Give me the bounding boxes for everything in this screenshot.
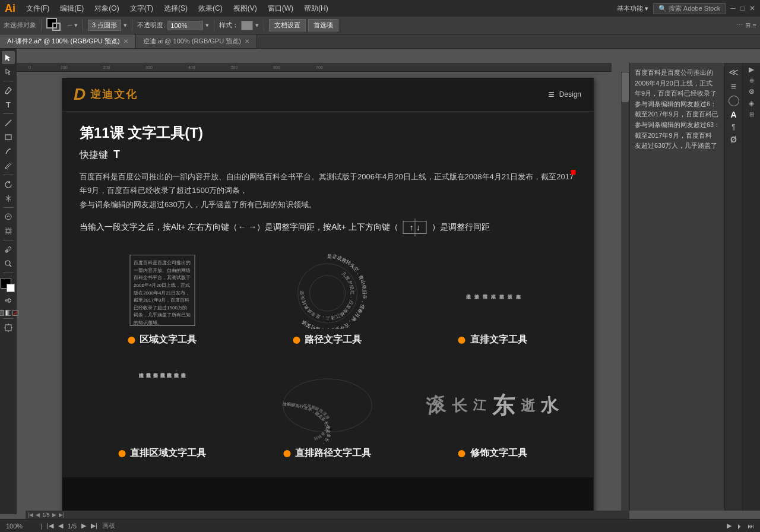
stroke-options[interactable]: ─ bbox=[68, 22, 72, 28]
panel-collapse-icon[interactable]: ≪ bbox=[729, 66, 739, 78]
menu-view[interactable]: 视图(V) bbox=[229, 2, 262, 15]
vertical-path-example: 曲蜿蜒而行水岸，能走多长便走多长，蜿蜒曲折的道路，一直向前延伸，永不停歇 水岸蜿… bbox=[245, 358, 410, 466]
close-btn[interactable]: ✕ bbox=[749, 4, 755, 12]
opacity-dropdown[interactable]: ▾ bbox=[205, 21, 209, 29]
dot-5 bbox=[283, 450, 290, 457]
eyedropper-tool[interactable] bbox=[2, 243, 15, 256]
description-text: 百度百科是百度公司推出的一部内容开放、自由的网络百科全书平台。其测试版于2006… bbox=[80, 170, 575, 211]
vertical-scrollbar[interactable] bbox=[621, 72, 629, 511]
panel-btn-1[interactable]: ▶ bbox=[749, 65, 754, 74]
menu-help[interactable]: 帮助(H) bbox=[299, 2, 333, 15]
page-num: 1/5 bbox=[42, 512, 50, 518]
nav-prev-status[interactable]: ◀ bbox=[58, 522, 63, 530]
status-options[interactable]: ▶ bbox=[727, 522, 732, 530]
tab-close-1[interactable]: ✕ bbox=[124, 38, 128, 45]
vtxt-col-3: 浪淘尽英 bbox=[481, 255, 487, 326]
logo-text: 逆迪文化 bbox=[90, 87, 138, 102]
status-sep: | bbox=[40, 522, 42, 530]
zoom-level[interactable]: 100% bbox=[6, 522, 36, 530]
arrow-keys-box: ↑ ↓ bbox=[403, 221, 427, 234]
reflect-tool[interactable] bbox=[2, 192, 15, 205]
nav-next-status[interactable]: ▶ bbox=[81, 522, 86, 530]
nav-arrows-h[interactable]: |◀ ◀ 1/5 ▶ ▶| bbox=[26, 511, 629, 519]
deco-char-6: 水 bbox=[540, 392, 559, 418]
panel-para-icon[interactable]: ¶ bbox=[732, 123, 735, 131]
panel-type-icon[interactable]: A bbox=[730, 110, 736, 119]
tab-active[interactable]: AI-课件2.ai* @ 100% (RGB/GPU 预览) ✕ bbox=[0, 34, 136, 48]
type-tool[interactable]: T bbox=[2, 98, 15, 111]
nav-first-status[interactable]: |◀ bbox=[47, 522, 53, 530]
background-color[interactable] bbox=[7, 284, 15, 292]
brush-tool[interactable] bbox=[2, 145, 15, 158]
status-end[interactable]: ⏭ bbox=[748, 522, 754, 530]
svg-point-3 bbox=[5, 214, 11, 220]
brush-dropdown[interactable]: ▾ bbox=[124, 21, 127, 29]
preferences-btn[interactable]: 首选项 bbox=[308, 19, 338, 31]
scrollbar-thumb-v[interactable] bbox=[622, 72, 629, 102]
scale-tool[interactable] bbox=[2, 224, 15, 238]
menu-select[interactable]: 选择(S) bbox=[159, 2, 192, 15]
nav-prev[interactable]: ◀ bbox=[36, 512, 40, 518]
pencil-tool[interactable] bbox=[2, 159, 15, 172]
panel-circle-icon[interactable] bbox=[729, 96, 739, 106]
color-swatch-area[interactable] bbox=[1, 278, 16, 293]
nav-last[interactable]: ▶| bbox=[59, 512, 64, 518]
shortcut-key: T bbox=[113, 148, 120, 160]
tools-grid-bottom: 白发渔樵江渚上 雄惯看秋月春风 江今多少事都笑 古风依旧看秋月 依旧几度夕阳红 … bbox=[80, 358, 575, 466]
restore-btn[interactable]: □ bbox=[740, 4, 745, 12]
hamburger-icon[interactable]: ≡ bbox=[548, 88, 555, 101]
rect-tool[interactable] bbox=[2, 131, 15, 144]
menu-effect[interactable]: 效果(C) bbox=[194, 2, 227, 15]
panel-menu[interactable]: ≡ bbox=[753, 22, 756, 29]
panel-btn-5[interactable]: ⊞ bbox=[749, 111, 754, 118]
menu-file[interactable]: 文件(F) bbox=[21, 2, 54, 15]
direct-selection-tool[interactable] bbox=[2, 65, 15, 78]
opacity-input[interactable] bbox=[167, 21, 203, 30]
tab-close-2[interactable]: ✕ bbox=[245, 38, 249, 45]
vertical-area-example: 白发渔樵江渚上 雄惯看秋月春风 江今多少事都笑 古风依旧看秋月 依旧几度夕阳红 … bbox=[80, 358, 245, 466]
varea-col-2: 雄惯看秋月春风 bbox=[145, 369, 151, 442]
vertical-path-label: 直排路径文字工具 bbox=[283, 447, 371, 460]
toolbar-more[interactable]: ⋯ bbox=[736, 21, 743, 29]
color-mode-gradient[interactable] bbox=[5, 310, 11, 316]
tab-2[interactable]: 逆迪.ai @ 100% (RGB/GPU 预览) ✕ bbox=[136, 34, 257, 48]
lesson-title: 第11课 文字工具(T) bbox=[80, 124, 575, 142]
nav-last-status[interactable]: ▶| bbox=[91, 522, 97, 530]
tabs-bar: AI-课件2.ai* @ 100% (RGB/GPU 预览) ✕ 逆迪.ai @… bbox=[0, 34, 760, 49]
panel-arrange[interactable]: ⊞ bbox=[745, 21, 750, 29]
menu-window[interactable]: 窗口(W) bbox=[263, 2, 298, 15]
status-play[interactable]: ⏵ bbox=[736, 522, 743, 530]
brush-selector[interactable]: ▾ bbox=[74, 21, 78, 29]
zoom-tool[interactable] bbox=[2, 257, 15, 270]
menu-object[interactable]: 对象(O) bbox=[90, 2, 124, 15]
pen-tool[interactable] bbox=[2, 84, 15, 97]
menu-text[interactable]: 文字(T) bbox=[125, 2, 158, 15]
line-tool[interactable] bbox=[2, 116, 15, 129]
artboard-tool[interactable] bbox=[2, 321, 15, 334]
minimize-btn[interactable]: ─ bbox=[730, 4, 736, 12]
color-mode-solid[interactable] bbox=[0, 310, 4, 316]
doc-settings-btn[interactable]: 文档设置 bbox=[269, 19, 306, 31]
color-indicator[interactable] bbox=[46, 18, 65, 33]
color-mode-buttons bbox=[0, 310, 18, 316]
style-dropdown[interactable]: ▾ bbox=[255, 21, 259, 29]
warp-tool[interactable] bbox=[2, 210, 15, 223]
panel-btn-3[interactable]: ⊗ bbox=[749, 87, 755, 96]
nav-first[interactable]: |◀ bbox=[28, 512, 33, 518]
selection-tool[interactable] bbox=[2, 51, 15, 64]
menu-edit[interactable]: 编辑(E) bbox=[55, 2, 88, 15]
rotate-tool[interactable] bbox=[2, 178, 15, 191]
vertical-path-svg: 曲蜿蜒而行水岸，能走多长便走多长，蜿蜒曲折的道路，一直向前延伸，永不停歇 水岸蜿… bbox=[274, 367, 381, 444]
panel-btn-2[interactable]: ⊕ bbox=[749, 77, 754, 84]
panel-btn-4[interactable]: ◈ bbox=[749, 99, 754, 107]
nav-next[interactable]: ▶ bbox=[52, 512, 56, 518]
color-mode-none[interactable] bbox=[12, 310, 18, 316]
up-arrow: ↑ bbox=[410, 223, 414, 232]
point-brush-label[interactable]: 3 点圆形 bbox=[88, 20, 121, 31]
artboard-header: D 逆迪文化 ≡ Design bbox=[62, 78, 593, 112]
panel-char-icon[interactable]: Ø bbox=[730, 135, 737, 144]
swap-colors[interactable] bbox=[4, 297, 12, 308]
horizontal-scrollbar[interactable]: |◀ ◀ 1/5 ▶ ▶| bbox=[26, 511, 629, 519]
panel-expand-icon[interactable]: ≡ bbox=[731, 81, 736, 92]
search-stock[interactable]: 🔍 搜索 Adobe Stock bbox=[653, 3, 726, 14]
